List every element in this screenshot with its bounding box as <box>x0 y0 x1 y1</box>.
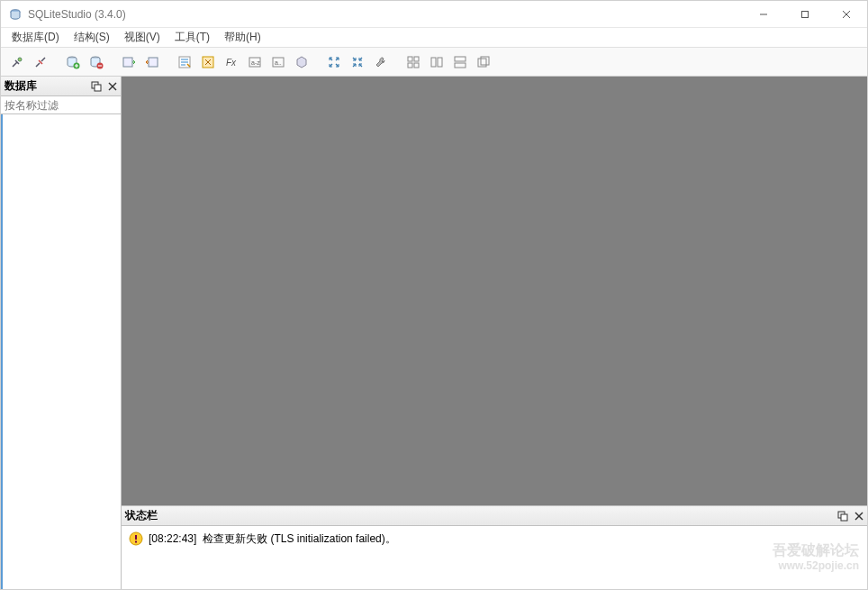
client-area: 数据库 状态栏 [08:22: <box>1 77 867 589</box>
status-panel-header: 状态栏 <box>122 506 867 526</box>
svg-rect-29 <box>481 57 489 65</box>
svg-rect-31 <box>95 85 101 91</box>
svg-rect-40 <box>135 541 137 543</box>
fx-icon[interactable]: Fx <box>221 51 242 73</box>
connect-icon[interactable] <box>6 51 28 73</box>
layout-copy-icon[interactable] <box>473 51 494 73</box>
svg-point-5 <box>18 58 22 61</box>
status-timestamp: [08:22:43] <box>149 532 196 545</box>
status-text: 检查更新失败 (TLS initialization failed)。 <box>203 532 396 545</box>
database-tree[interactable] <box>1 114 121 589</box>
right-side: 状态栏 [08:22:43] 检查更新失败 (TLS initializatio… <box>122 77 867 589</box>
menu-tools[interactable]: 工具(T) <box>167 28 217 47</box>
svg-rect-2 <box>802 11 809 17</box>
layout-split-icon[interactable] <box>426 51 448 73</box>
svg-rect-28 <box>478 59 486 67</box>
collation-icon[interactable]: a-z <box>244 51 266 73</box>
svg-text:a-z: a-z <box>251 59 260 66</box>
maximize-button[interactable] <box>784 1 826 28</box>
svg-rect-25 <box>438 58 442 67</box>
database-panel-title: 数据库 <box>5 78 37 94</box>
menu-bar: 数据库(D) 结构(S) 视图(V) 工具(T) 帮助(H) <box>1 28 867 48</box>
status-panel: 状态栏 [08:22:43] 检查更新失败 (TLS initializatio… <box>122 505 867 589</box>
menu-view[interactable]: 视图(V) <box>117 28 167 47</box>
svg-rect-21 <box>414 57 419 61</box>
status-close-button[interactable] <box>851 508 867 524</box>
import-icon[interactable] <box>118 51 140 73</box>
svg-rect-26 <box>455 57 466 61</box>
svg-rect-35 <box>841 514 847 521</box>
mdi-workspace <box>122 77 867 505</box>
panel-float-button[interactable] <box>88 78 104 95</box>
window-buttons <box>743 1 867 28</box>
menu-help[interactable]: 帮助(H) <box>217 28 268 47</box>
add-db-icon[interactable] <box>62 51 84 73</box>
menu-database[interactable]: 数据库(D) <box>5 28 67 47</box>
main-toolbar: Fx a-z a.. <box>1 48 867 77</box>
svg-rect-24 <box>431 58 436 67</box>
svg-rect-20 <box>408 57 412 61</box>
sql-editor-icon[interactable] <box>174 51 195 73</box>
arrows-out-icon[interactable] <box>323 51 345 73</box>
database-panel-header: 数据库 <box>1 77 121 96</box>
warning-icon <box>129 531 143 546</box>
database-panel: 数据库 <box>1 77 122 589</box>
arrows-in-icon[interactable] <box>347 51 368 73</box>
minimize-button[interactable] <box>743 1 784 28</box>
svg-text:Fx: Fx <box>226 58 237 68</box>
sql-function-icon[interactable] <box>197 51 219 73</box>
window-titlebar: SQLiteStudio (3.4.0) <box>1 1 867 28</box>
status-message: [08:22:43] 检查更新失败 (TLS initialization fa… <box>149 531 396 547</box>
layout-grid-icon[interactable] <box>402 51 424 73</box>
extension-icon[interactable]: a.. <box>267 51 289 73</box>
menu-structure[interactable]: 结构(S) <box>67 28 117 47</box>
window-title: SQLiteStudio (3.4.0) <box>28 8 743 21</box>
export-icon[interactable] <box>141 51 163 73</box>
database-filter-input[interactable] <box>1 96 121 114</box>
status-float-button[interactable] <box>835 508 851 524</box>
ddl-icon[interactable] <box>291 51 312 73</box>
svg-rect-11 <box>123 58 132 67</box>
svg-rect-27 <box>455 63 466 68</box>
panel-close-button[interactable] <box>104 78 121 95</box>
app-icon <box>8 7 23 22</box>
status-body: [08:22:43] 检查更新失败 (TLS initialization fa… <box>122 526 867 589</box>
layout-rows-icon[interactable] <box>449 51 471 73</box>
svg-rect-39 <box>135 535 137 540</box>
remove-db-icon[interactable] <box>86 51 107 73</box>
svg-rect-23 <box>414 63 419 68</box>
wrench-icon[interactable] <box>370 51 392 73</box>
close-button[interactable] <box>826 1 867 28</box>
svg-rect-12 <box>149 58 158 67</box>
svg-rect-22 <box>408 63 412 68</box>
status-panel-title: 状态栏 <box>125 508 158 523</box>
svg-text:a..: a.. <box>275 59 282 66</box>
disconnect-icon[interactable] <box>30 51 51 73</box>
